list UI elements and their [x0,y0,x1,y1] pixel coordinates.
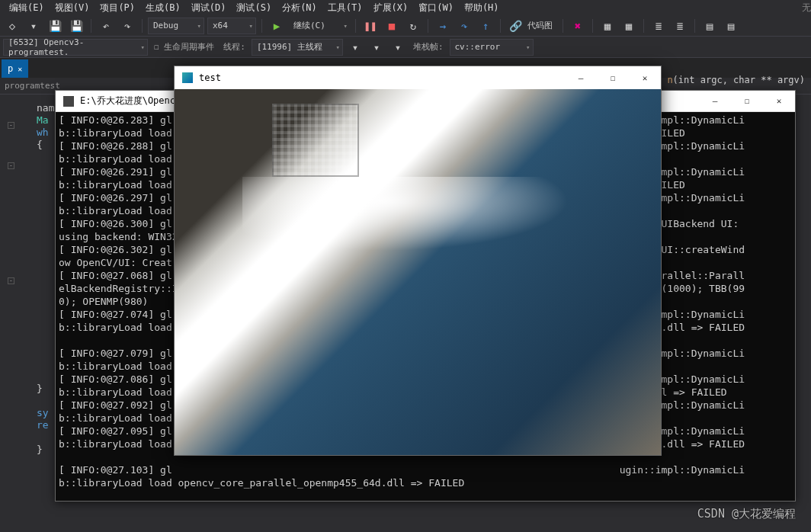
thread-combo[interactable]: [11996] 主线程 [252,39,343,56]
fold-icon[interactable]: - [8,277,14,284]
menu-build[interactable]: 生成(B) [146,2,181,14]
stack-combo[interactable]: cv::error [450,39,534,56]
separator [91,19,91,33]
opencv-image [175,89,661,455]
new-icon[interactable]: ◇ [3,18,21,34]
process-combo[interactable]: [6532] Opencv3-programtest. [3,39,148,56]
minimize-icon[interactable]: — [565,67,597,88]
separator [355,19,356,33]
separator [261,19,262,33]
close-icon[interactable]: ✕ [763,91,795,112]
menu-tools[interactable]: 工具(T) [328,2,363,14]
maximize-icon[interactable]: ☐ [597,67,629,88]
close-icon[interactable]: ✕ [629,67,661,88]
toolbar-main: ◇ ▾ 💾 💾 ↶ ↷ Debug x64 ▶ 继续(C) ❚❚ ■ ↻ → ↷… [0,15,811,37]
function-breadcrumb[interactable]: n(int argc, char ** argv) [667,75,805,85]
menu-right: 无 [802,2,811,14]
menu-view[interactable]: 视图(V) [55,2,90,14]
tool-b-icon[interactable]: ▦ [620,18,638,34]
minimize-icon[interactable]: — [699,91,731,112]
menu-help[interactable]: 帮助(H) [464,2,499,14]
restart-icon[interactable]: ↻ [404,18,422,34]
codemap-label[interactable]: 代码图 [527,20,557,31]
maximize-icon[interactable]: ☐ [731,91,763,112]
separator [563,19,563,33]
menu-debug[interactable]: 调试(D) [191,2,226,14]
opencv-title: test [199,72,221,83]
opencv-window: test — ☐ ✕ [174,66,662,456]
menu-bar[interactable]: 编辑(E) 视图(V) 项目(P) 生成(B) 调试(D) 测试(S) 分析(N… [0,0,811,15]
separator [592,19,593,33]
menu-project[interactable]: 项目(P) [100,2,135,14]
platform-combo[interactable]: x64 [207,18,256,34]
code-gutter[interactable]: - - - [8,91,20,532]
separator [500,19,501,33]
thread-label: 线程: [220,41,248,53]
tool-a-icon[interactable]: ▦ [598,18,617,34]
separator [142,19,143,33]
separator [428,19,428,33]
diag-icon[interactable]: ✖ [569,18,587,34]
console-title: E:\乔大花进度\Opencv [80,95,181,107]
tab-p[interactable]: p ✕ [2,59,28,78]
config-combo[interactable]: Debug [148,18,204,34]
image-content [242,177,592,258]
thread-icon[interactable]: ▾ [346,39,364,56]
stepout-icon[interactable]: ↑ [476,18,495,34]
menu-window[interactable]: 窗口(W) [418,2,454,14]
events-label[interactable]: ☐ 生命周期事件 [151,41,217,53]
play-icon[interactable]: ▶ [268,18,286,34]
stop-icon[interactable]: ■ [383,18,401,34]
separator [643,19,644,33]
save-icon[interactable]: 💾 [46,18,64,34]
menu-test[interactable]: 测试(S) [236,2,271,14]
stack-label: 堆栈帧: [410,41,447,53]
opencv-titlebar[interactable]: test — ☐ ✕ [175,66,661,89]
indent-icon[interactable]: ≣ [649,18,668,34]
toolbar-debug: [6532] Opencv3-programtest. ☐ 生命周期事件 线程:… [0,37,811,58]
opencv-icon [182,72,193,83]
stepinto-icon[interactable]: → [434,18,452,34]
codemap-icon[interactable]: 🔗 [506,18,524,34]
stepover-icon[interactable]: ↷ [455,18,473,34]
undo-icon[interactable]: ↶ [97,18,115,34]
editor-text[interactable]: nam Ma wh { } sy re } [37,90,54,456]
outdent-icon[interactable]: ≣ [671,18,689,34]
redo-icon[interactable]: ↷ [118,18,136,34]
open-icon[interactable]: ▾ [24,18,43,34]
uncomment-icon[interactable]: ▤ [722,18,740,34]
watermark: CSDN @大花爱编程 [697,507,796,521]
continue-button[interactable]: 继续(C) [289,18,350,34]
tab-p-label: p [8,63,13,74]
fold-icon[interactable]: - [8,122,14,129]
thread2-icon[interactable]: ▾ [367,39,386,56]
close-icon[interactable]: ✕ [18,65,22,73]
thread3-icon[interactable]: ▾ [389,39,407,56]
comment-icon[interactable]: ▤ [700,18,719,34]
menu-analyze[interactable]: 分析(N) [282,2,317,14]
saveall-icon[interactable]: 💾 [67,18,85,34]
menu-edit[interactable]: 编辑(E) [9,2,44,14]
separator [694,19,695,33]
pause-icon[interactable]: ❚❚ [361,18,380,34]
menu-ext[interactable]: 扩展(X) [373,2,409,14]
fold-icon[interactable]: - [8,162,14,169]
image-content [272,104,360,177]
console-icon [63,96,74,107]
